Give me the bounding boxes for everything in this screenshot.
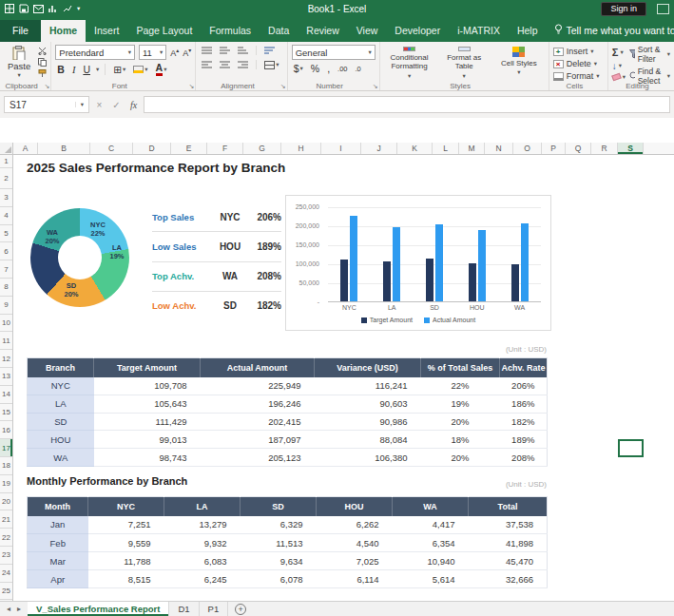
cell[interactable]: SD [28,413,94,431]
cell[interactable]: 202,415 [201,413,315,431]
row-header-14[interactable]: 14 [0,386,12,404]
cell[interactable]: 8,515 [88,570,164,588]
name-box[interactable]: S17 ▾ [4,96,89,113]
bar-LA[interactable] [393,227,400,301]
cell[interactable]: 6,083 [164,552,241,570]
cell[interactable]: 4,417 [393,516,469,534]
number-dialog-launcher-icon[interactable]: ↘ [373,83,378,90]
cell[interactable]: 20% [421,449,500,467]
sort-filter-button[interactable]: Sort & Filter ▾ [629,45,670,64]
decrease-font-size-button[interactable]: A▾ [183,47,191,58]
sheet-tab-p1[interactable]: P1 [200,602,229,616]
merge-center-button[interactable]: ▾ [262,61,280,69]
row-header-2[interactable]: 2 [0,168,12,189]
copy-button[interactable] [38,58,47,67]
sheet-nav-left-icon[interactable]: ◂ [7,605,10,613]
bar-WA[interactable] [511,264,519,301]
underline-button[interactable]: U [81,64,92,75]
cell[interactable]: 205,123 [201,449,315,467]
top-align-icon[interactable] [200,47,214,55]
table-column-header[interactable]: Achv. Rate [500,358,548,377]
column-header-D[interactable]: D [133,143,171,154]
cancel-icon[interactable]: × [92,100,106,110]
cell[interactable]: Jan [28,516,88,534]
cell[interactable]: 32,666 [469,570,548,588]
row-header-8[interactable]: 8 [0,279,12,297]
cell-styles-button[interactable]: Cell Styles ▾ [493,45,545,79]
row-header-16[interactable]: 16 [0,421,12,439]
row-header-21[interactable]: 21 [0,510,12,529]
select-all-corner[interactable] [0,143,13,155]
row-header-9[interactable]: 9 [0,297,12,315]
table-column-header[interactable]: WA [393,497,469,516]
cell[interactable]: 13,279 [164,516,241,534]
paste-button[interactable]: Paste ▾ [4,45,34,79]
cell[interactable]: 6,262 [317,516,393,534]
cell[interactable]: 20% [421,413,500,431]
row-header-12[interactable]: 12 [0,350,12,368]
cell[interactable]: 37,538 [469,516,548,534]
bar-HOU[interactable] [478,230,486,301]
bar-LA[interactable] [383,261,391,301]
column-header-O[interactable]: O [513,143,542,154]
active-cell-selection[interactable] [618,439,644,457]
cell[interactable]: 6,354 [393,534,469,552]
column-header-N[interactable]: N [485,143,513,154]
row-header-19[interactable]: 19 [0,475,12,493]
cell[interactable]: 99,013 [94,431,201,449]
cell[interactable]: Mar [28,552,88,570]
increase-font-size-button[interactable]: A▴ [170,47,179,58]
cell[interactable]: 9,932 [164,534,241,552]
bar-NYC[interactable] [340,260,348,301]
fill-button[interactable]: ↓▾ [612,61,626,71]
row-header-13[interactable]: 13 [0,368,12,386]
bar-HOU[interactable] [469,263,476,301]
number-format-combo[interactable]: General ▾ [292,45,376,60]
sign-in-button[interactable]: Sign in [601,2,646,16]
tab-help[interactable]: Help [509,20,547,42]
percent-style-button[interactable]: % [309,63,321,74]
column-header-J[interactable]: J [361,143,397,154]
cell[interactable]: 41,898 [469,534,548,552]
font-color-button[interactable]: A▾ [154,63,169,76]
cell[interactable]: 6,078 [241,570,317,588]
cell[interactable]: LA [28,395,94,413]
align-left-icon[interactable] [200,61,214,69]
column-header-L[interactable]: L [433,143,459,154]
donut-chart[interactable]: NYC22%LA19%SD20%WA20% [27,199,143,317]
column-header-S[interactable]: S [618,143,644,154]
save-icon[interactable] [19,4,29,13]
cell[interactable]: 5,614 [393,570,469,588]
column-header-G[interactable]: G [243,143,281,154]
enter-icon[interactable]: ✓ [109,100,124,110]
column-header-C[interactable]: C [90,143,133,154]
column-header-Q[interactable]: Q [566,143,591,154]
row-header-22[interactable]: 22 [0,529,12,547]
table-column-header[interactable]: Actual Amount [201,358,315,377]
comma-style-button[interactable]: , [325,63,332,74]
row-header-4[interactable]: 4 [0,207,12,225]
table-column-header[interactable]: Branch [28,358,94,377]
cut-button[interactable] [38,47,47,55]
column-header-F[interactable]: F [207,143,243,154]
format-cells-button[interactable]: Format ▾ [553,71,604,81]
sheet-area[interactable]: 2025 Sales Performance Report by Branch … [13,155,674,601]
row-header-11[interactable]: 11 [0,332,12,350]
row-header-7[interactable]: 7 [0,260,12,279]
cell[interactable]: 208% [500,449,548,467]
tab-file[interactable]: File [0,20,41,42]
row-header-6[interactable]: 6 [0,242,12,260]
cell[interactable]: 116,241 [315,377,421,395]
cell[interactable]: 186% [500,395,548,413]
cell[interactable]: 189% [500,431,548,449]
tab-data[interactable]: Data [260,20,298,42]
tab-home[interactable]: Home [41,20,86,42]
table-column-header[interactable]: Variance (USD) [315,358,421,377]
table-column-header[interactable]: % of Total Sales [421,358,500,377]
app-grid-icon[interactable] [5,4,14,13]
qat-customize-caret-icon[interactable]: ▾ [77,6,80,12]
row-header-3[interactable]: 3 [0,189,12,207]
cell[interactable]: Feb [28,534,88,552]
table-column-header[interactable]: Total [469,497,548,516]
column-header-E[interactable]: E [171,143,207,154]
